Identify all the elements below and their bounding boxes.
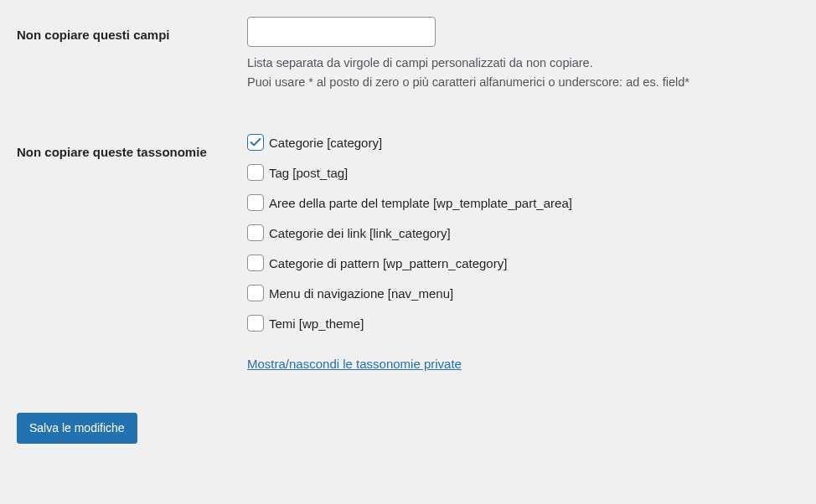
- check-icon: [249, 136, 262, 149]
- checkbox-icon[interactable]: [247, 315, 264, 332]
- checkbox-label: Tag [post_tag]: [269, 166, 348, 180]
- checkbox-icon[interactable]: [247, 255, 264, 271]
- checkbox-label: Aree della parte del template [wp_templa…: [269, 196, 572, 210]
- taxonomy-checkbox-item[interactable]: Aree della parte del template [wp_templa…: [247, 194, 799, 211]
- taxonomy-checkbox-item[interactable]: Temi [wp_theme]: [247, 315, 799, 332]
- save-button[interactable]: Salva le modifiche: [17, 413, 137, 444]
- checkbox-label: Categorie di pattern [wp_pattern_categor…: [269, 256, 507, 270]
- checkbox-label: Temi [wp_theme]: [269, 316, 364, 331]
- label-not-copy-fields: Non copiare questi campi: [17, 17, 247, 44]
- taxonomy-checkbox-list: Categorie [category]Tag [post_tag]Aree d…: [247, 134, 799, 332]
- checkbox-label: Categorie dei link [link_category]: [269, 226, 451, 240]
- checkbox-label: Categorie [category]: [269, 136, 382, 150]
- taxonomy-checkbox-item[interactable]: Categorie di pattern [wp_pattern_categor…: [247, 255, 799, 271]
- checkbox-icon[interactable]: [247, 224, 264, 241]
- submit-row: Salva le modifiche: [17, 413, 799, 444]
- checkbox-icon[interactable]: [247, 164, 264, 181]
- taxonomy-checkbox-item[interactable]: Categorie dei link [link_category]: [247, 224, 799, 241]
- checkbox-icon[interactable]: [247, 194, 264, 211]
- description-not-copy-fields: Lista separata da virgole di campi perso…: [247, 54, 799, 92]
- field-row-not-copy-fields: Non copiare questi campi Lista separata …: [17, 17, 799, 92]
- taxonomy-checkbox-item[interactable]: Categorie [category]: [247, 134, 799, 151]
- label-not-copy-taxonomies: Non copiare queste tassonomie: [17, 134, 247, 161]
- checkbox-label: Menu di navigazione [nav_menu]: [269, 286, 453, 301]
- taxonomy-checkbox-item[interactable]: Menu di navigazione [nav_menu]: [247, 285, 799, 301]
- toggle-private-taxonomies-link[interactable]: Mostra/nascondi le tassonomie private: [247, 357, 462, 371]
- checkbox-icon[interactable]: [247, 285, 264, 301]
- taxonomy-checkbox-item[interactable]: Tag [post_tag]: [247, 164, 799, 181]
- field-row-not-copy-taxonomies: Non copiare queste tassonomie Categorie …: [17, 134, 799, 371]
- input-not-copy-fields[interactable]: [247, 17, 436, 47]
- checkbox-icon[interactable]: [247, 134, 264, 151]
